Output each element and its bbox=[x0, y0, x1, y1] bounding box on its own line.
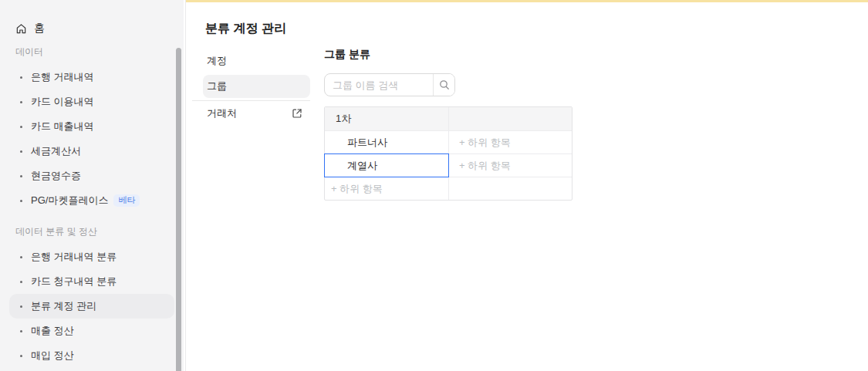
sidebar-item-label: 매출 정산 bbox=[31, 324, 74, 338]
sidebar-item-label: 은행 거래내역 분류 bbox=[31, 250, 117, 264]
table-header-row: 1차 bbox=[325, 107, 572, 130]
bullet-icon bbox=[20, 330, 22, 332]
panel-title: 그룹 분류 bbox=[324, 48, 572, 62]
sidebar-scrollbar-thumb[interactable] bbox=[176, 48, 181, 371]
page-title: 분류 계정 관리 bbox=[205, 21, 286, 37]
sidebar-item-bank-transactions[interactable]: 은행 거래내역 bbox=[9, 65, 174, 89]
tab-account[interactable]: 계정 bbox=[203, 49, 310, 73]
home-icon bbox=[15, 23, 27, 35]
sidebar-item-bank-classification[interactable]: 은행 거래내역 분류 bbox=[9, 245, 174, 269]
sidebar-item-label: 카드 청구내역 분류 bbox=[31, 275, 117, 288]
external-link-icon bbox=[291, 107, 303, 120]
tab-partners[interactable]: 거래처 bbox=[203, 102, 310, 125]
add-subitem-button[interactable]: + 하위 항목 bbox=[449, 154, 572, 177]
sidebar-item-sales-settlement[interactable]: 매출 정산 bbox=[9, 319, 174, 343]
tab-label: 거래처 bbox=[207, 106, 237, 120]
bullet-icon bbox=[20, 256, 22, 258]
subnav-divider bbox=[192, 100, 310, 101]
sidebar: 홈 데이터 은행 거래내역 카드 이용내역 카드 매출내역 세금계산서 현금영수… bbox=[0, 0, 184, 371]
group-cell-partner[interactable]: 파트너사 bbox=[325, 131, 449, 153]
bullet-icon bbox=[20, 101, 22, 103]
table-header-level2 bbox=[449, 107, 572, 130]
sidebar-item-label: 카드 매출내역 bbox=[31, 120, 94, 133]
sidebar-item-purchase-settlement[interactable]: 매입 정산 bbox=[9, 343, 174, 368]
sidebar-item-card-sales[interactable]: 카드 매출내역 bbox=[9, 114, 174, 139]
sidebar-item-tax-invoice[interactable]: 세금계산서 bbox=[9, 139, 174, 164]
empty-cell bbox=[449, 177, 572, 200]
bullet-icon bbox=[20, 76, 22, 79]
table-row: + 하위 항목 bbox=[325, 177, 572, 200]
table-row: 계열사 + 하위 항목 bbox=[325, 153, 572, 177]
add-level1-item-button[interactable]: + 하위 항목 bbox=[325, 177, 449, 200]
sidebar-section-data: 데이터 bbox=[15, 44, 184, 59]
add-subitem-button[interactable]: + 하위 항목 bbox=[449, 131, 572, 153]
bullet-icon bbox=[20, 175, 22, 177]
sidebar-section-classification: 데이터 분류 및 정산 bbox=[15, 224, 184, 239]
app-root: 홈 데이터 은행 거래내역 카드 이용내역 카드 매출내역 세금계산서 현금영수… bbox=[0, 0, 868, 371]
sidebar-item-label: 매입 정산 bbox=[31, 349, 74, 363]
tab-group[interactable]: 그룹 bbox=[203, 75, 310, 98]
group-classification-panel: 그룹 분류 1차 파트너사 + 하위 항목 bbox=[324, 48, 572, 201]
sidebar-item-label: 분류 계정 관리 bbox=[31, 299, 96, 313]
sidebar-item-label: 카드 이용내역 bbox=[31, 95, 94, 109]
sidebar-item-home[interactable]: 홈 bbox=[0, 0, 184, 42]
sidebar-item-classification-account-management[interactable]: 분류 계정 관리 bbox=[9, 294, 174, 319]
group-search bbox=[324, 73, 455, 96]
bullet-icon bbox=[20, 305, 22, 308]
tab-label: 그룹 bbox=[207, 79, 227, 93]
sidebar-item-pg-marketplace[interactable]: PG/마켓플레이스 베타 bbox=[9, 188, 174, 213]
sidebar-item-card-billing-classification[interactable]: 카드 청구내역 분류 bbox=[9, 269, 174, 294]
bullet-icon bbox=[20, 281, 22, 283]
sidebar-item-label: 세금계산서 bbox=[31, 144, 81, 158]
tab-label: 계정 bbox=[207, 54, 227, 68]
bullet-icon bbox=[20, 355, 22, 357]
bullet-icon bbox=[20, 150, 22, 153]
home-label: 홈 bbox=[34, 22, 45, 35]
settings-subnav: 계정 그룹 거래처 bbox=[203, 49, 310, 127]
table-header-level1: 1차 bbox=[325, 107, 449, 130]
bullet-icon bbox=[20, 200, 22, 202]
bullet-icon bbox=[20, 126, 22, 128]
main-content: 분류 계정 관리 계정 그룹 거래처 그룹 분류 bbox=[185, 0, 868, 371]
sidebar-item-card-usage[interactable]: 카드 이용내역 bbox=[9, 89, 174, 114]
sidebar-item-label: PG/마켓플레이스 bbox=[31, 194, 108, 207]
search-button[interactable] bbox=[433, 74, 454, 96]
table-row: 파트너사 + 하위 항목 bbox=[325, 130, 572, 153]
sidebar-item-label: 현금영수증 bbox=[31, 169, 81, 183]
sidebar-item-cash-receipt[interactable]: 현금영수증 bbox=[9, 164, 174, 188]
search-icon bbox=[439, 79, 450, 90]
top-accent-bar bbox=[186, 0, 868, 2]
group-classification-table: 1차 파트너사 + 하위 항목 계열사 + 하위 항목 + 하위 항목 bbox=[324, 106, 572, 201]
search-input[interactable] bbox=[325, 74, 433, 96]
group-cell-affiliate[interactable]: 계열사 bbox=[325, 154, 449, 177]
beta-badge: 베타 bbox=[113, 194, 140, 207]
sidebar-item-label: 은행 거래내역 bbox=[31, 70, 94, 84]
